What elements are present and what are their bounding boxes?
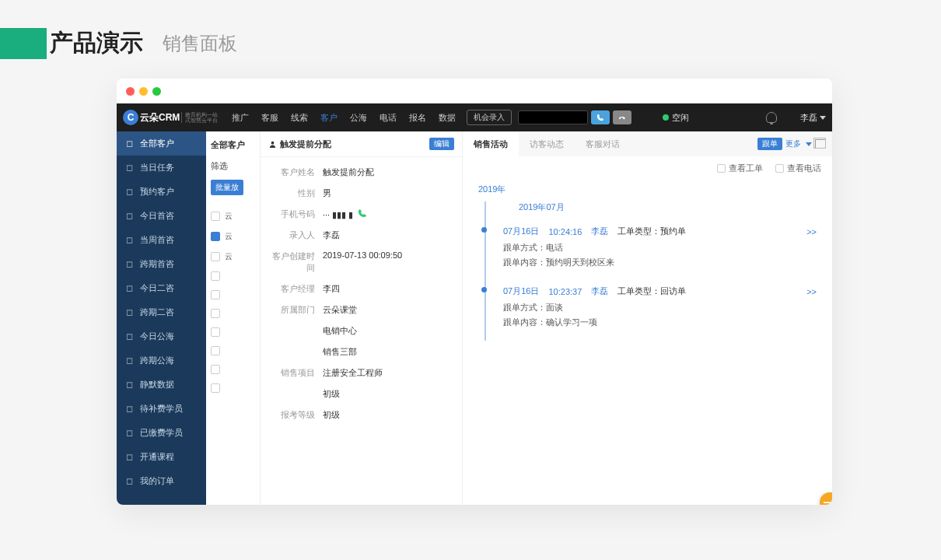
nav-item-线索[interactable]: 线索 [285, 112, 314, 124]
sidebar-item-我的订单[interactable]: ◻我的订单 [117, 469, 206, 493]
table-row[interactable] [211, 267, 255, 285]
table-row[interactable] [211, 379, 255, 397]
field-label: 客户创建时间 [268, 250, 323, 274]
table-row[interactable]: 云 [211, 247, 255, 267]
nav-item-推广[interactable]: 推广 [226, 112, 255, 124]
table-row[interactable] [211, 304, 255, 323]
sea-icon: ◻ [124, 356, 134, 366]
user-icon: ◻ [124, 139, 134, 149]
field-value: 电销中心 [323, 325, 454, 337]
timeline-dot-icon [481, 227, 487, 233]
user-menu[interactable]: 李磊 [800, 112, 826, 124]
field-label [268, 388, 323, 400]
sidebar-item-预约客户[interactable]: ◻预约客户 [117, 180, 206, 204]
detail-field: 客户创建时间2019-07-13 00:09:50 [268, 246, 454, 278]
entry-content: 跟单内容：确认学习一项 [503, 315, 817, 330]
field-label: 录入人 [268, 229, 323, 241]
sidebar-item-当周首咨[interactable]: ◻当周首咨 [117, 228, 206, 252]
entry-time: 10:23:37 [548, 287, 582, 296]
table-row[interactable] [211, 285, 255, 304]
nav-item-客服[interactable]: 客服 [255, 112, 285, 124]
tab-销售活动[interactable]: 销售活动 [463, 131, 519, 156]
customer-list: 全部客户 筛选 批量放 云云云 [206, 131, 261, 505]
status-dot-icon [663, 114, 669, 121]
field-value: 销售三部 [323, 346, 454, 358]
row-checkbox[interactable] [211, 290, 220, 299]
page-subtitle: 销售面板 [163, 31, 237, 56]
table-row[interactable] [211, 323, 255, 341]
sidebar-item-今日公海[interactable]: ◻今日公海 [117, 324, 206, 348]
nav-item-报名[interactable]: 报名 [403, 112, 432, 124]
chat-icon: ◻ [124, 308, 134, 317]
row-checkbox[interactable] [211, 309, 220, 318]
sidebar-item-跨期公海[interactable]: ◻跨期公海 [117, 348, 206, 373]
logo-subtitle: 教育机构一站 式智慧云平台 [181, 112, 218, 123]
checkbox-icon [717, 164, 726, 173]
detail-field: 客户经理李四 [268, 278, 454, 299]
field-value: 李磊 [323, 229, 454, 241]
sidebar-item-待补费学员[interactable]: ◻待补费学员 [117, 397, 206, 421]
phone-icon[interactable] [358, 209, 367, 220]
field-label: 所属部门 [268, 304, 323, 316]
timeline-dot-icon [481, 287, 487, 292]
sidebar-item-已缴费学员[interactable]: ◻已缴费学员 [117, 421, 206, 445]
notification-bell-icon[interactable] [766, 112, 777, 123]
tab-访客动态[interactable]: 访客动态 [519, 131, 575, 156]
sidebar-item-全部客户[interactable]: ◻全部客户 [117, 131, 206, 156]
sidebar-item-跨期首咨[interactable]: ◻跨期首咨 [117, 252, 206, 276]
sidebar-item-当日任务[interactable]: ◻当日任务 [117, 156, 206, 180]
follow-button[interactable]: 跟单 [757, 138, 782, 150]
row-checkbox[interactable] [211, 383, 220, 393]
svg-point-0 [271, 141, 275, 144]
expand-link[interactable]: >> [806, 287, 817, 296]
sidebar-item-跨期二咨[interactable]: ◻跨期二咨 [117, 300, 206, 324]
filter-label[interactable]: 筛选 [211, 160, 255, 172]
search-input[interactable] [518, 110, 588, 124]
batch-release-button[interactable]: 批量放 [211, 180, 243, 195]
chevron-down-icon [806, 142, 812, 146]
view-calls-checkbox[interactable]: 查看电话 [775, 163, 821, 174]
nav-item-数据[interactable]: 数据 [432, 112, 462, 124]
detail-field: 客户姓名触发提前分配 [268, 162, 454, 183]
logo[interactable]: C 云朵CRM 教育机构一站 式智慧云平台 [123, 110, 218, 125]
expand-link[interactable]: >> [806, 227, 817, 236]
sidebar-item-今日首咨[interactable]: ◻今日首咨 [117, 204, 206, 228]
table-row[interactable] [211, 341, 255, 360]
row-checkbox[interactable] [211, 365, 220, 374]
minimize-dot-icon[interactable] [139, 87, 148, 96]
entry-content: 跟单内容：预约明天到校区来 [503, 255, 817, 270]
entry-time: 10:24:16 [548, 227, 582, 236]
edit-button[interactable]: 编辑 [429, 138, 454, 150]
close-dot-icon[interactable] [126, 87, 135, 96]
sidebar-item-label: 当日任务 [140, 162, 174, 173]
chat-icon: ◻ [124, 260, 134, 269]
nav-item-客户[interactable]: 客户 [314, 112, 344, 124]
sidebar-item-静默数据[interactable]: ◻静默数据 [117, 373, 206, 397]
field-value: 云朵课堂 [323, 304, 454, 316]
table-row[interactable] [211, 360, 255, 379]
table-row[interactable]: 云 [211, 206, 255, 226]
row-checkbox[interactable] [211, 252, 220, 261]
phone-call-button[interactable] [591, 110, 610, 124]
row-checkbox[interactable] [211, 212, 220, 221]
table-row[interactable]: 云 [211, 226, 255, 247]
row-checkbox[interactable] [211, 327, 220, 337]
row-checkbox[interactable] [211, 271, 220, 281]
field-value: 李四 [323, 283, 454, 295]
nav-item-公海[interactable]: 公海 [344, 112, 373, 124]
tab-客服对话[interactable]: 客服对话 [575, 131, 631, 156]
popout-icon[interactable] [815, 139, 826, 149]
row-checkbox[interactable] [211, 346, 220, 355]
status-indicator[interactable]: 空闲 [663, 112, 689, 124]
opportunity-entry-button[interactable]: 机会录入 [467, 110, 512, 125]
nav-item-电话[interactable]: 电话 [373, 112, 403, 124]
sidebar-item-开通课程[interactable]: ◻开通课程 [117, 445, 206, 469]
more-link[interactable]: 更多 [785, 138, 812, 149]
row-checkbox[interactable] [211, 232, 220, 241]
sidebar-item-label: 跨期公海 [140, 355, 174, 366]
timeline-month: 2019年07月 [519, 201, 817, 213]
sidebar-item-今日二咨[interactable]: ◻今日二咨 [117, 276, 206, 300]
view-tickets-checkbox[interactable]: 查看工单 [717, 163, 763, 174]
maximize-dot-icon[interactable] [152, 87, 161, 96]
phone-hangup-button[interactable] [613, 110, 631, 124]
